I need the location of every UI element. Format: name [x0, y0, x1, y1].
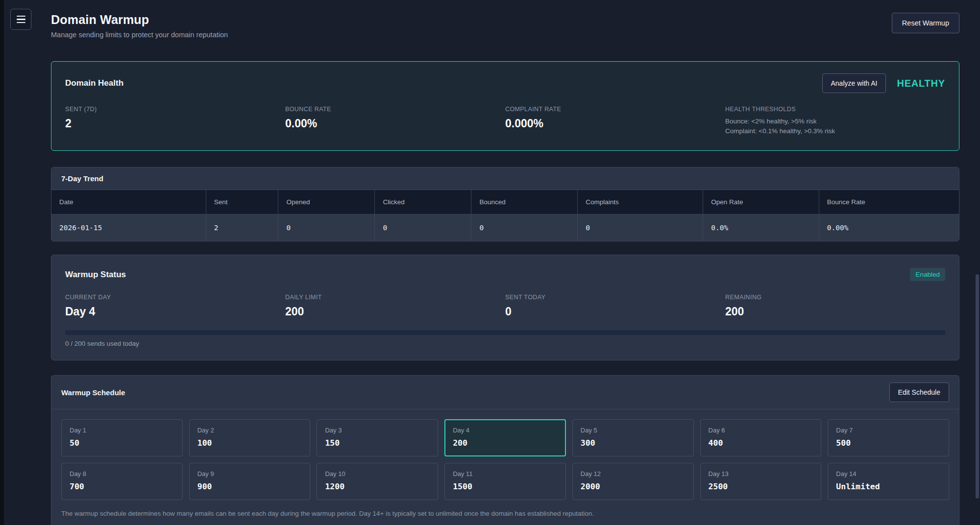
table-cell-date: 2026-01-15	[51, 215, 206, 241]
day-value: 1200	[325, 482, 430, 491]
table-cell-complaints: 0	[578, 215, 703, 241]
page-subtitle: Manage sending limits to protect your do…	[51, 31, 228, 39]
schedule-day-cell: Day 10 1200	[317, 463, 438, 500]
schedule-day-cell: Day 11 1500	[444, 463, 566, 500]
metric-sent-7d: SENT (7D) 2	[65, 106, 285, 136]
metric-label: BOUNCE RATE	[285, 106, 505, 113]
progress-caption: 0 / 200 sends used today	[65, 340, 945, 347]
progress-bar	[65, 330, 945, 335]
scrollbar[interactable]	[975, 0, 980, 525]
schedule-day-cell: Day 2 100	[189, 419, 311, 456]
column-header-bounce-rate: Bounce Rate	[819, 190, 959, 215]
metric-label: CURRENT DAY	[65, 294, 285, 301]
health-thresholds: HEALTH THRESHOLDS Bounce: <2% healthy, >…	[725, 106, 945, 136]
day-value: 2500	[709, 482, 813, 491]
domain-health-card: Domain Health Analyze with AI HEALTHY SE…	[51, 61, 959, 151]
enabled-badge: Enabled	[910, 268, 945, 281]
analyze-ai-button[interactable]: Analyze with AI	[822, 73, 886, 93]
schedule-day-cell: Day 8 700	[61, 463, 183, 500]
hamburger-icon	[17, 16, 25, 24]
metric-current-day: CURRENT DAY Day 4	[65, 294, 285, 318]
page-title: Domain Warmup	[51, 13, 228, 27]
threshold-line-bounce: Bounce: <2% healthy, >5% risk	[725, 117, 945, 126]
table-cell-open-rate: 0.0%	[703, 215, 819, 241]
schedule-day-cell: Day 9 900	[189, 463, 311, 500]
schedule-day-cell: Day 12 2000	[572, 463, 694, 500]
table-cell-bounce-rate: 0.00%	[819, 215, 959, 241]
day-label: Day 13	[709, 470, 813, 477]
reset-warmup-button[interactable]: Reset Warmup	[892, 13, 959, 33]
day-label: Day 8	[70, 470, 174, 477]
metric-value: 0.000%	[505, 117, 725, 130]
day-value: 400	[709, 438, 813, 448]
schedule-title: Warmup Schedule	[61, 388, 125, 397]
schedule-day-cell: Day 13 2500	[700, 463, 822, 500]
scrollbar-thumb[interactable]	[976, 274, 979, 499]
day-label: Day 9	[197, 470, 302, 477]
day-label: Day 12	[581, 470, 686, 477]
metric-remaining: REMAINING 200	[725, 294, 945, 318]
schedule-day-cell-current: Day 4 200	[444, 419, 566, 456]
metric-value: 2	[65, 117, 285, 130]
day-label: Day 3	[325, 427, 430, 434]
menu-button[interactable]	[10, 9, 31, 30]
day-value: 1500	[453, 482, 558, 491]
table-cell-sent: 2	[206, 215, 278, 241]
day-value: 300	[581, 438, 686, 448]
day-value: 50	[70, 438, 174, 448]
page-header-text: Domain Warmup Manage sending limits to p…	[51, 13, 228, 39]
warmup-status-title: Warmup Status	[65, 270, 126, 280]
schedule-day-cell: Day 7 500	[828, 419, 949, 456]
column-header-complaints: Complaints	[578, 190, 703, 215]
metric-daily-limit: DAILY LIMIT 200	[285, 294, 505, 318]
day-value: 700	[70, 482, 174, 491]
day-label: Day 10	[325, 470, 430, 477]
metric-sent-today: SENT TODAY 0	[505, 294, 725, 318]
edit-schedule-button[interactable]: Edit Schedule	[889, 382, 949, 402]
trend-title: 7-Day Trend	[61, 174, 103, 183]
day-label: Day 14	[836, 470, 941, 477]
metric-complaint-rate: COMPLAINT RATE 0.000%	[505, 106, 725, 136]
metric-label: COMPLAINT RATE	[505, 106, 725, 113]
column-header-opened: Opened	[278, 190, 375, 215]
warmup-status-card: Warmup Status Enabled CURRENT DAY Day 4 …	[51, 255, 959, 360]
metric-value: 0	[505, 305, 725, 318]
table-cell-opened: 0	[278, 215, 375, 241]
schedule-day-cell: Day 3 150	[317, 419, 438, 456]
column-header-date: Date	[51, 190, 206, 215]
day-label: Day 11	[453, 470, 558, 477]
metric-value: Day 4	[65, 305, 285, 318]
column-header-clicked: Clicked	[375, 190, 471, 215]
metric-label: SENT (7D)	[65, 106, 285, 113]
metric-label: SENT TODAY	[505, 294, 725, 301]
day-label: Day 2	[197, 427, 302, 434]
day-value: 2000	[581, 482, 686, 491]
day-label: Day 7	[836, 427, 941, 434]
thresholds-label: HEALTH THRESHOLDS	[725, 106, 945, 113]
schedule-footnote: The warmup schedule determines how many …	[51, 510, 959, 525]
threshold-line-complaint: Complaint: <0.1% healthy, >0.3% risk	[725, 126, 945, 136]
day-label: Day 6	[709, 427, 813, 434]
health-status-badge: HEALTHY	[897, 78, 945, 89]
schedule-day-cell: Day 5 300	[572, 419, 694, 456]
domain-health-title: Domain Health	[65, 78, 123, 88]
metric-label: REMAINING	[725, 294, 945, 301]
day-label: Day 4	[453, 427, 558, 434]
schedule-day-cell: Day 1 50	[61, 419, 183, 456]
metric-bounce-rate: BOUNCE RATE 0.00%	[285, 106, 505, 136]
page-header: Domain Warmup Manage sending limits to p…	[51, 13, 959, 39]
day-label: Day 1	[70, 427, 174, 434]
schedule-day-cell: Day 6 400	[700, 419, 822, 456]
metric-label: DAILY LIMIT	[285, 294, 505, 301]
day-value: 500	[836, 438, 941, 448]
day-value: 150	[325, 438, 430, 448]
trend-header-row: Date Sent Opened Clicked Bounced Complai…	[51, 190, 959, 215]
left-rail	[0, 0, 4, 525]
day-value: 200	[453, 438, 558, 448]
main-content: Domain Warmup Manage sending limits to p…	[0, 0, 980, 525]
table-cell-clicked: 0	[375, 215, 471, 241]
trend-card: 7-Day Trend Date Sent Opened Clicked Bou…	[51, 167, 959, 241]
metric-value: 200	[285, 305, 505, 318]
trend-table: Date Sent Opened Clicked Bounced Complai…	[51, 190, 959, 241]
metric-value: 0.00%	[285, 117, 505, 130]
